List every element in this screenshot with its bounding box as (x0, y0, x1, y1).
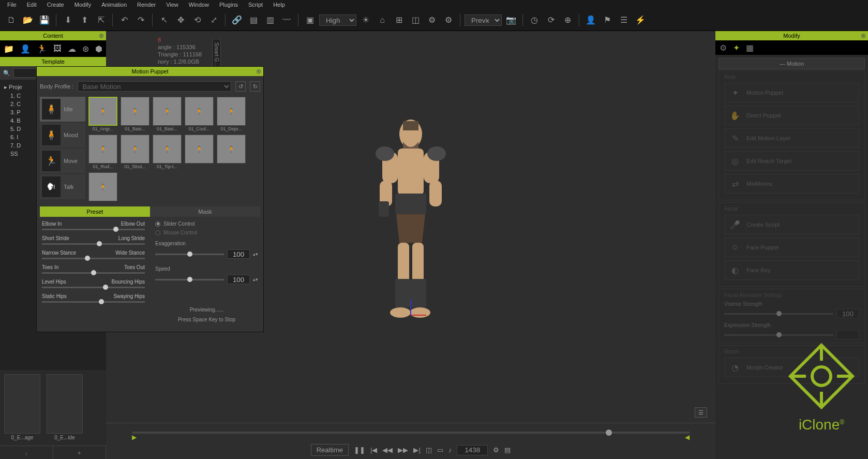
menu-modify[interactable]: Modify (69, 2, 96, 8)
next-frame-icon[interactable]: ▶▶ (398, 446, 408, 454)
viseme-input[interactable] (836, 309, 859, 318)
add-button[interactable]: + (53, 446, 107, 459)
preset-item[interactable]: 🧍01_Angr... (88, 97, 117, 131)
frame-input[interactable] (457, 445, 488, 455)
expression-slider[interactable] (724, 334, 833, 336)
speed-input[interactable] (227, 275, 250, 284)
preset-item[interactable]: 🧍01_Strut... (121, 135, 149, 169)
level-hips-slider[interactable] (42, 287, 145, 288)
motion-icon[interactable]: 🏃 (37, 44, 47, 54)
range-icon[interactable]: ▭ (437, 446, 443, 454)
elbow-in-slider[interactable] (42, 229, 145, 230)
prop-icon[interactable]: ⬢ (95, 44, 102, 54)
close-icon[interactable]: ⊗ (99, 32, 104, 39)
quality-select[interactable]: High (319, 14, 356, 26)
refresh-icon[interactable]: ↻ (250, 81, 260, 92)
template-tab[interactable]: Template (0, 57, 106, 66)
menu-create[interactable]: Create (42, 2, 69, 8)
timeline-panel-icon[interactable]: ▤ (504, 446, 511, 454)
mouse-control-radio[interactable]: Mouse Control (155, 230, 258, 235)
speed-slider[interactable] (155, 279, 224, 280)
align-icon[interactable]: ▤ (246, 13, 261, 27)
preset-item[interactable]: 🧍 (217, 135, 246, 169)
opt2-icon[interactable]: ⚙ (441, 13, 456, 27)
menu-window[interactable]: Window (184, 2, 214, 8)
sky-icon[interactable]: ☁ (68, 44, 76, 54)
rotate-icon[interactable]: ⟲ (190, 13, 204, 27)
flag-icon[interactable]: ⚑ (600, 13, 615, 27)
media-icon[interactable]: ⊛ (82, 44, 89, 54)
menu-help[interactable]: Help (268, 2, 290, 8)
sliders-icon[interactable]: ⚙ (720, 43, 727, 53)
motion-puppet-header[interactable]: Motion Puppet ⊗ (37, 67, 263, 76)
edit-motion-layer-button[interactable]: ✎Edit Motion Layer (724, 128, 859, 148)
edit-reach-target-button[interactable]: ◎Edit Reach Target (724, 151, 859, 171)
expression-input[interactable] (836, 330, 859, 339)
short-stride-slider[interactable] (42, 243, 145, 245)
clock-icon[interactable]: ◷ (527, 13, 542, 27)
exaggeration-input[interactable] (227, 249, 250, 259)
category-mood[interactable]: 🧍Mood (40, 123, 85, 147)
open-icon[interactable]: 📂 (21, 13, 35, 27)
scale-icon[interactable]: ⤢ (206, 13, 221, 27)
redo-icon[interactable]: ↷ (133, 13, 148, 27)
preset-item[interactable]: 🧍 (185, 135, 214, 169)
smart-gallery-tab[interactable]: Smart G... (212, 39, 221, 70)
preset-item[interactable]: 🧍 (88, 172, 117, 201)
close-icon[interactable]: ⊗ (861, 32, 866, 39)
loop-icon[interactable]: ◫ (426, 446, 432, 454)
undo-icon[interactable]: ↶ (117, 13, 131, 27)
folder-icon[interactable]: 📁 (4, 44, 14, 54)
prev-frame-icon[interactable]: ◀◀ (382, 446, 393, 454)
preset-item[interactable]: 🧍01_Rud... (88, 135, 117, 169)
viewport-menu-icon[interactable]: ☰ (695, 407, 707, 418)
pose-icon[interactable]: ✦ (733, 43, 740, 53)
menu-script[interactable]: Script (243, 2, 268, 8)
slider-control-radio[interactable]: Slider Control (155, 221, 258, 227)
menu-render[interactable]: Render (132, 2, 161, 8)
face-key-button[interactable]: ◐Face Key (724, 260, 859, 280)
narrow-stance-slider[interactable] (42, 258, 145, 259)
category-move[interactable]: 🏃Move (40, 149, 85, 173)
body-profile-select[interactable]: Base Motion (78, 81, 231, 92)
preset-item[interactable]: 🧍01_Depr... (217, 97, 246, 131)
menu-plugins[interactable]: Plugins (214, 2, 243, 8)
reset-icon[interactable]: ↺ (235, 81, 246, 92)
import-icon[interactable]: ⬇ (61, 13, 75, 27)
close-icon[interactable]: ⊗ (256, 68, 261, 75)
menu-view[interactable]: View (161, 2, 184, 8)
first-frame-icon[interactable]: |◀ (370, 446, 377, 454)
tab-mask[interactable]: Mask (150, 206, 260, 217)
last-frame-icon[interactable]: ▶| (413, 446, 420, 454)
menu-animation[interactable]: Animation (96, 2, 132, 8)
image-icon[interactable]: 🖼 (53, 44, 62, 53)
category-idle[interactable]: 🧍Idle (40, 97, 85, 122)
preset-item[interactable]: 🧍01_Tip-t... (153, 135, 182, 169)
export-icon[interactable]: ⬆ (77, 13, 92, 27)
save-icon[interactable]: 💾 (37, 13, 52, 27)
pause-icon[interactable]: ❚❚ (354, 446, 365, 454)
wave-icon[interactable]: 〰 (279, 13, 294, 27)
select-icon[interactable]: ↖ (157, 13, 171, 27)
new-icon[interactable]: 🗋 (4, 13, 19, 27)
preset-item[interactable]: 🧍01_Basi... (153, 97, 182, 131)
category-talk[interactable]: 🗣Talk (40, 174, 85, 199)
timeline-playhead[interactable] (606, 430, 612, 436)
direct-puppet-button[interactable]: ✋Direct Puppet (724, 106, 859, 125)
viseme-slider[interactable] (724, 313, 833, 315)
preset-item[interactable]: 🧍01_Cool... (185, 97, 214, 131)
refresh-icon[interactable]: ⟳ (544, 13, 558, 27)
grid-icon[interactable]: ⊞ (392, 13, 406, 27)
create-script-button[interactable]: 🎤Create Script (724, 215, 859, 234)
thumb-item[interactable]: 0_E...age (4, 374, 40, 441)
menu-edit[interactable]: Edit (22, 2, 42, 8)
link-icon[interactable]: 🔗 (230, 13, 244, 27)
move-icon[interactable]: ✥ (173, 13, 188, 27)
face-puppet-button[interactable]: ☺Face Puppet (724, 238, 859, 257)
user-icon[interactable]: 👤 (583, 13, 598, 27)
preview-select[interactable]: Preview (465, 14, 502, 26)
menu-file[interactable]: File (2, 2, 22, 8)
character-model[interactable] (354, 113, 468, 341)
toes-in-slider[interactable] (42, 272, 145, 274)
download-button[interactable]: ↓ (0, 446, 53, 459)
